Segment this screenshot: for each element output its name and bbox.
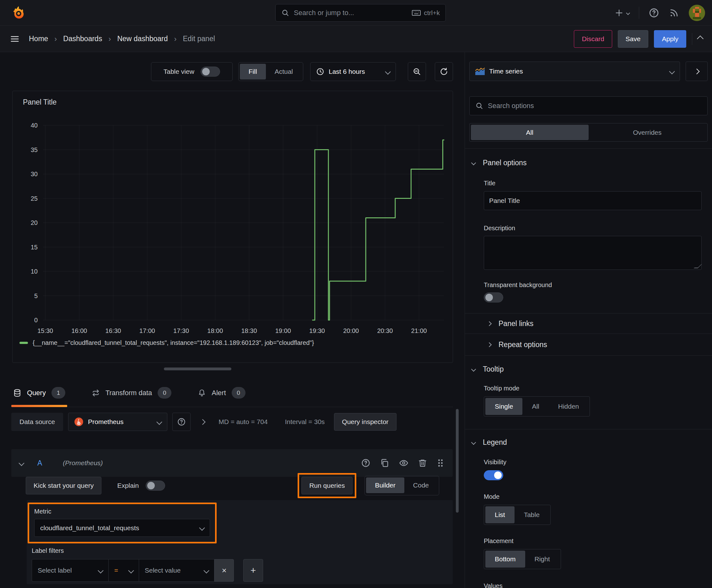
svg-text:16:30: 16:30	[106, 327, 121, 334]
duplicate-query-icon[interactable]	[380, 458, 389, 468]
transform-count-badge: 0	[157, 387, 171, 399]
time-range-picker[interactable]: Last 6 hours	[310, 62, 396, 81]
metric-label: Metric	[34, 508, 210, 515]
legend-series-label[interactable]: {__name__="cloudflared_tunnel_total_requ…	[33, 339, 314, 346]
description-input[interactable]	[484, 236, 701, 270]
drag-handle-icon[interactable]	[436, 458, 445, 468]
panel-title[interactable]: Panel Title	[23, 98, 57, 106]
tab-all[interactable]: All	[471, 125, 589, 140]
query-options-summary[interactable]: MD = auto = 704 Interval = 30s	[218, 418, 325, 426]
datasource-picker[interactable]: Prometheus	[68, 413, 167, 431]
time-series-icon	[475, 67, 485, 75]
collapse-query-icon[interactable]	[19, 460, 24, 466]
max-data-points: MD = auto = 704	[218, 418, 267, 426]
query-row-header[interactable]: A (Prometheus)	[11, 449, 453, 477]
placement-bottom-option[interactable]: Bottom	[486, 551, 525, 568]
breadcrumb-new-dashboard[interactable]: New dashboard	[117, 35, 168, 43]
new-menu-button[interactable]	[615, 8, 629, 17]
remove-filter-button[interactable]: ×	[214, 559, 234, 582]
query-help-icon[interactable]	[361, 458, 370, 468]
placement-right-option[interactable]: Right	[525, 551, 559, 568]
tooltip-section[interactable]: Tooltip	[469, 365, 708, 374]
hide-query-icon[interactable]	[399, 458, 409, 468]
mega-menu-button[interactable]	[9, 34, 20, 44]
run-queries-button[interactable]: Run queries	[301, 477, 352, 495]
select-label-dropdown[interactable]: Select label	[32, 559, 109, 582]
tooltip-single-option[interactable]: Single	[486, 398, 522, 415]
svg-text:35: 35	[31, 146, 38, 153]
transparent-bg-toggle[interactable]	[484, 292, 503, 302]
horizontal-scrollbar[interactable]	[164, 368, 231, 370]
breadcrumb-edit-panel: Edit panel	[183, 35, 215, 43]
clock-icon	[316, 67, 324, 76]
svg-text:0: 0	[34, 317, 38, 323]
mode-table-option[interactable]: Table	[515, 506, 549, 523]
time-series-chart[interactable]: 051015202530354015:3016:0016:3017:0017:3…	[18, 120, 451, 340]
svg-text:16:00: 16:00	[71, 327, 87, 334]
table-view-toggle[interactable]	[201, 67, 220, 77]
tab-transform-data[interactable]: Transform data 0	[90, 379, 173, 407]
plus-icon	[615, 8, 624, 17]
delete-query-icon[interactable]	[418, 458, 427, 468]
interval: Interval = 30s	[285, 418, 325, 426]
breadcrumb-dashboards[interactable]: Dashboards	[63, 35, 102, 43]
global-search[interactable]: ctrl+k	[275, 4, 446, 22]
top-bar: ctrl+k	[0, 0, 712, 26]
tab-query[interactable]: Query 1	[11, 379, 67, 407]
fill-option[interactable]: Fill	[240, 64, 266, 80]
tooltip-hidden-option[interactable]: Hidden	[549, 398, 589, 415]
search-input[interactable]	[294, 9, 408, 17]
open-viz-list-button[interactable]	[686, 62, 708, 81]
tab-alert[interactable]: Alert 0	[196, 379, 247, 407]
query-inspector-button[interactable]: Query inspector	[334, 413, 396, 430]
query-controls-row: Kick start your query Explain Run querie…	[11, 474, 453, 498]
actual-option[interactable]: Actual	[266, 64, 302, 80]
builder-option[interactable]: Builder	[366, 478, 404, 493]
options-search-input[interactable]	[488, 102, 702, 110]
news-button[interactable]	[669, 7, 679, 18]
kickstart-button[interactable]: Kick start your query	[26, 477, 102, 495]
repeat-options-section[interactable]: Repeat options	[469, 334, 708, 355]
transparent-bg-label: Transparent background	[484, 281, 702, 289]
code-option[interactable]: Code	[404, 478, 438, 493]
database-icon	[13, 388, 21, 397]
operator-dropdown[interactable]: =	[109, 559, 139, 582]
legend-visibility-toggle[interactable]	[484, 470, 503, 480]
chart-legend: {__name__="cloudflared_tunnel_total_requ…	[19, 339, 314, 346]
description-field-wrap	[484, 236, 702, 270]
expand-options-icon[interactable]	[200, 419, 206, 425]
metric-select[interactable]: cloudflared_tunnel_total_requests	[34, 519, 210, 537]
tooltip-all-option[interactable]: All	[522, 398, 548, 415]
editor-tabs: Query 1 Transform data 0 Alert 0	[11, 379, 453, 407]
options-search[interactable]	[469, 97, 708, 115]
svg-text:20:00: 20:00	[343, 327, 359, 334]
add-filter-button[interactable]: +	[243, 559, 263, 582]
grafana-logo[interactable]	[11, 6, 26, 20]
visualization-picker[interactable]: Time series	[469, 62, 680, 81]
panel-options-section[interactable]: Panel options	[469, 159, 708, 167]
user-avatar[interactable]	[689, 5, 705, 21]
collapse-pane-button[interactable]	[698, 35, 703, 43]
query-editor: Metric cloudflared_tunnel_total_requests…	[27, 500, 453, 584]
panel-editor-toolbar: Table view Fill Actual Last 6 hours	[0, 62, 456, 82]
help-button[interactable]	[649, 7, 659, 18]
discard-button[interactable]: Discard	[574, 30, 612, 48]
datasource-help-button[interactable]	[172, 413, 191, 431]
select-value-dropdown[interactable]: Select value	[139, 559, 214, 582]
panel-title-input[interactable]	[489, 197, 696, 205]
legend-section[interactable]: Legend	[469, 438, 708, 447]
refresh-button[interactable]	[435, 62, 453, 81]
save-button[interactable]: Save	[618, 30, 649, 48]
panel-links-section[interactable]: Panel links	[469, 313, 708, 334]
vertical-scrollbar[interactable]	[456, 409, 459, 512]
breadcrumb-home[interactable]: Home	[29, 35, 48, 43]
zoom-out-button[interactable]	[408, 62, 426, 81]
help-circle-icon	[177, 417, 186, 426]
bell-icon	[198, 388, 206, 397]
hamburger-icon	[9, 34, 20, 44]
explain-toggle[interactable]	[146, 481, 165, 491]
tab-overrides[interactable]: Overrides	[589, 125, 706, 140]
apply-button[interactable]: Apply	[654, 30, 686, 48]
mode-list-option[interactable]: List	[486, 506, 515, 523]
datasource-label: Data source	[11, 413, 63, 431]
